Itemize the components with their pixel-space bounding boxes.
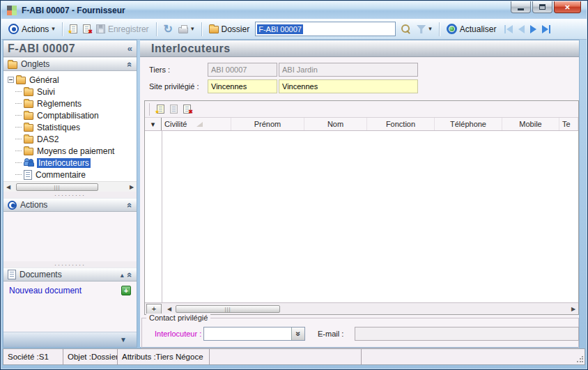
add-row-button[interactable]: + [146, 304, 162, 314]
page-title: Interlocuteurs [151, 43, 231, 55]
window-title: F-ABI 00007 - Fournisseur [22, 6, 125, 15]
tree-label[interactable]: Suivi [36, 87, 56, 97]
panel-header-actions[interactable]: Actions [3, 198, 137, 212]
tree-node-general[interactable]: Général [8, 74, 137, 86]
last-record-button[interactable] [542, 25, 550, 33]
actions-menu-button[interactable]: Actions ▾ [6, 22, 58, 36]
site-name-field[interactable]: Vincennes [279, 79, 418, 93]
column-header-fonction[interactable]: Fonction [367, 118, 435, 130]
interlocuteur-combobox[interactable] [203, 327, 305, 341]
tree-node-suivi[interactable]: Suivi [8, 86, 137, 98]
chevron-down-icon: ▼ [120, 336, 127, 344]
scroll-right-icon[interactable]: ▶ [568, 306, 578, 312]
column-header-nom[interactable]: Nom [304, 118, 367, 130]
scrollbar-thumb[interactable]: ||| [176, 305, 280, 313]
panel-header-documents[interactable]: Documents [3, 268, 137, 282]
tree-node-comptabilisation[interactable]: Comptabilisation [8, 109, 137, 121]
delete-record-button[interactable] [80, 23, 93, 35]
tree-node-commentaire[interactable]: Commentaire [8, 169, 137, 180]
tree-node-moyens-de-paiement[interactable]: Moyens de paiement [8, 145, 137, 157]
table-toolbar [145, 101, 578, 118]
column-header-telephone[interactable]: Téléphone [435, 118, 502, 130]
save-button[interactable]: Enregistrer [93, 23, 152, 36]
email-field[interactable] [355, 327, 579, 341]
row-selector-header[interactable]: ▾ [145, 118, 162, 130]
tree-label[interactable]: Règlements [36, 99, 83, 109]
table-footer: + ◀ ||| ▶ [145, 302, 578, 314]
scroll-left-icon[interactable]: ◀ [3, 184, 13, 190]
open-row-icon[interactable] [170, 105, 178, 114]
resize-grip[interactable] [576, 356, 583, 363]
collapse-sidebar-icon[interactable] [127, 43, 132, 54]
dossier-label: Dossier [222, 24, 250, 34]
statusbar-object: Objet :Dossier [63, 349, 118, 364]
filter-button[interactable]: ▾ [414, 23, 435, 35]
maximize-button[interactable] [532, 1, 552, 13]
minimize-icon [518, 8, 524, 10]
tree-connector [15, 162, 22, 163]
documents-title: Documents [20, 270, 117, 279]
column-header-te[interactable]: Te [559, 118, 578, 130]
folder-icon [24, 100, 33, 108]
actions-title: Actions [20, 200, 124, 210]
tree-label[interactable]: Commentaire [34, 170, 87, 180]
app-window: F-ABI 00007 - Fournisseur ✕ Actions ▾ En… [0, 0, 588, 370]
previous-record-icon [518, 25, 525, 33]
close-button[interactable]: ✕ [554, 1, 581, 13]
previous-record-button[interactable] [518, 25, 525, 33]
documents-panel-icon [8, 270, 16, 279]
tree-label-selected[interactable]: Interlocuteurs [37, 158, 91, 168]
column-header-prenom[interactable]: Prénom [231, 118, 304, 130]
main-content: Interlocuteurs Tiers : ABI 00007 ABI Jar… [140, 40, 580, 348]
delete-row-icon[interactable] [183, 105, 191, 114]
search-icon[interactable] [401, 24, 411, 34]
dossier-folder-icon [209, 26, 219, 33]
scroll-right-icon[interactable]: ▶ [127, 184, 137, 190]
panel-splitter[interactable]: ········· [3, 192, 137, 198]
column-header-civilite[interactable]: Civilité [162, 118, 231, 130]
delete-record-icon [83, 24, 91, 33]
reload-button[interactable]: ↻ [161, 22, 176, 36]
panel-splitter[interactable]: ········· [3, 261, 137, 268]
tree-node-reglements[interactable]: Règlements [8, 98, 137, 109]
tree-label[interactable]: Moyens de paiement [36, 146, 116, 156]
add-row-icon[interactable] [157, 105, 164, 114]
folder-icon [8, 61, 17, 69]
sidebar-bottom-bar[interactable]: ▼ [3, 332, 137, 347]
collapse-panel-icon[interactable] [125, 61, 135, 66]
tree-node-interlocuteurs[interactable]: Interlocuteurs [8, 157, 137, 169]
add-document-button[interactable]: + [121, 286, 131, 295]
sidebar: F-ABI 00007 Onglets Général Suivi [3, 40, 137, 348]
collapse-panel-icon[interactable] [125, 272, 135, 277]
tree-node-statistiques[interactable]: Statistiques [8, 121, 137, 133]
column-header-mobile[interactable]: Mobile [502, 118, 559, 130]
collapse-panel-icon[interactable] [125, 202, 135, 207]
tree-label[interactable]: Comptabilisation [36, 111, 100, 121]
scrollbar-thumb[interactable]: ||| [16, 183, 98, 191]
refresh-button[interactable]: Actualiser [444, 22, 500, 36]
search-input[interactable]: F-ABI 00007 [255, 22, 396, 36]
combobox-dropdown-button[interactable] [291, 327, 304, 340]
new-document-link[interactable]: Nouveau document [9, 286, 121, 295]
tree-label[interactable]: Statistiques [36, 123, 82, 132]
site-code-field[interactable]: Vincennes [208, 79, 277, 93]
print-button[interactable]: ▾ [176, 23, 197, 35]
tree-horizontal-scrollbar[interactable]: ◀ ||| ▶ [3, 181, 137, 192]
new-record-button[interactable] [67, 23, 80, 35]
site-privilegie-label: Site privilégié : [149, 82, 199, 91]
panel-header-onglets[interactable]: Onglets [3, 57, 137, 71]
refresh-label: Actualiser [460, 24, 497, 34]
scroll-left-icon[interactable]: ◀ [164, 306, 174, 312]
tree-label[interactable]: Général [28, 75, 61, 85]
minimize-button[interactable] [511, 1, 531, 13]
collapse-node-icon[interactable] [8, 77, 14, 83]
tiers-form: Tiers : ABI 00007 ABI Jardin Site privil… [140, 57, 579, 100]
folder-icon [24, 112, 33, 120]
next-record-button[interactable] [530, 25, 536, 33]
tree-node-das2[interactable]: DAS2 [8, 133, 137, 145]
dossier-button[interactable]: Dossier [206, 23, 253, 36]
scroll-up-icon[interactable] [121, 270, 124, 279]
toolbar-separator [156, 22, 157, 36]
first-record-button[interactable] [504, 25, 513, 33]
tree-label[interactable]: DAS2 [36, 134, 60, 144]
